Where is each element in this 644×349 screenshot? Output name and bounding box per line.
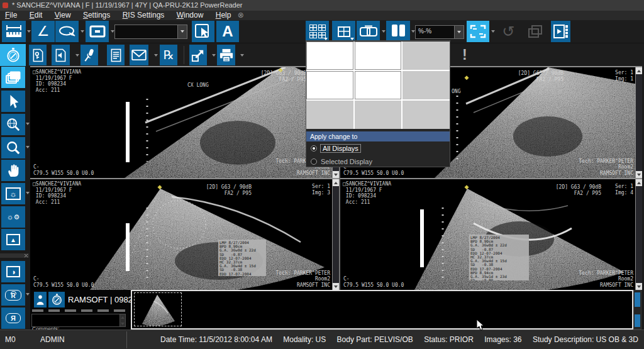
rotate-button[interactable]: R bbox=[1, 284, 25, 306]
layout-grid-cell[interactable] bbox=[402, 42, 450, 70]
annotation-combo[interactable] bbox=[114, 25, 187, 39]
radio-selected-display-label[interactable]: Selected Display bbox=[321, 158, 372, 165]
menu-settings[interactable]: Settings bbox=[83, 11, 110, 20]
angle-tool-button[interactable]: ∠ bbox=[31, 21, 55, 42]
compare-studies-button[interactable] bbox=[357, 21, 380, 42]
print-caret-icon[interactable] bbox=[240, 54, 244, 57]
zoom-caret-icon[interactable] bbox=[26, 146, 30, 148]
study-timer-button[interactable] bbox=[0, 44, 26, 66]
export-caret-icon[interactable] bbox=[212, 54, 216, 57]
menu-help[interactable]: Help bbox=[216, 11, 231, 20]
us-image-panel-3[interactable]: □SANCHEZ^VIVIANA 11/19/1967 F ID: 098234… bbox=[30, 179, 339, 290]
magnify-caret-icon[interactable] bbox=[26, 123, 30, 125]
audio-caret-icon[interactable] bbox=[75, 54, 79, 57]
ellipse-icon bbox=[58, 25, 76, 38]
menu-view[interactable]: View bbox=[55, 11, 71, 20]
orientation-button[interactable]: ▲ bbox=[1, 229, 25, 250]
panel-scrollbar[interactable] bbox=[635, 179, 642, 290]
clone-display-button[interactable] bbox=[523, 21, 547, 42]
window-level-button[interactable]: ☼ bbox=[1, 183, 25, 204]
thumbnail-selected[interactable] bbox=[134, 292, 182, 326]
text-tool-button[interactable]: A bbox=[216, 21, 239, 42]
window-level-presets-button[interactable]: ☼⚙ bbox=[1, 206, 25, 228]
layout-grid-cell[interactable] bbox=[306, 42, 353, 70]
zoom-combo-dropdown[interactable] bbox=[454, 26, 464, 38]
annotation-combo-dropdown[interactable] bbox=[177, 25, 187, 38]
select-cursor-button[interactable] bbox=[1, 91, 25, 112]
zoom-button[interactable] bbox=[1, 137, 25, 158]
fit-display-button[interactable] bbox=[467, 21, 489, 42]
layout-grid-cell[interactable] bbox=[402, 101, 450, 129]
compare-caret-icon[interactable] bbox=[382, 30, 386, 33]
printer-icon bbox=[219, 48, 234, 62]
ellipse-tool-button[interactable] bbox=[55, 21, 79, 42]
dictation-button[interactable] bbox=[80, 45, 98, 65]
pan-button[interactable] bbox=[1, 160, 25, 181]
measure-caret-icon[interactable] bbox=[27, 30, 31, 33]
rotate-caret-icon[interactable] bbox=[26, 293, 30, 296]
dual-monitor-button[interactable] bbox=[386, 21, 410, 42]
magnifier-globe-icon bbox=[6, 117, 21, 132]
key-image-button[interactable] bbox=[29, 45, 47, 65]
thumbnail-scrollbar[interactable] bbox=[633, 290, 641, 330]
radio-selected-icon[interactable] bbox=[311, 145, 317, 152]
export-button[interactable] bbox=[189, 45, 207, 65]
scrollbar-thumb-bottom[interactable] bbox=[635, 314, 640, 327]
layers-icon bbox=[5, 70, 21, 85]
layout-grid-cell[interactable] bbox=[355, 71, 402, 99]
angle-icon: ∠ bbox=[37, 23, 50, 40]
window-level-caret-icon[interactable] bbox=[26, 192, 30, 194]
cine-button[interactable] bbox=[551, 21, 570, 42]
invert-button[interactable]: ◑ bbox=[1, 261, 25, 282]
rectangle-tool-button[interactable] bbox=[86, 21, 109, 42]
sidebar-collapse-divider[interactable] bbox=[0, 253, 29, 258]
comments-scrollbar[interactable] bbox=[119, 314, 125, 326]
radio-all-displays[interactable]: All Displays bbox=[311, 145, 360, 152]
ellipse-caret-icon[interactable] bbox=[80, 30, 84, 33]
toolbar-top: ∠ A bbox=[0, 20, 644, 43]
panel-scrollbar[interactable] bbox=[332, 179, 339, 290]
patient-overlay: □SANCHEZ^VIVIANA 11/19/1967 F ID: 098234… bbox=[33, 69, 81, 93]
layout-grid-cell[interactable] bbox=[402, 71, 450, 99]
layout-grid-cell[interactable] bbox=[306, 101, 353, 129]
radio-unselected-icon[interactable] bbox=[311, 158, 317, 165]
triangle-box-icon: ▲ bbox=[6, 234, 20, 245]
patient-button[interactable] bbox=[34, 292, 47, 307]
scrollbar-thumb-top[interactable] bbox=[635, 292, 640, 307]
flip-button[interactable]: Я bbox=[1, 307, 25, 329]
us-image-panel-1[interactable]: □SANCHEZ^VIVIANA 11/19/1967 F ID: 098234… bbox=[30, 67, 339, 178]
reset-button[interactable]: ↺ bbox=[497, 21, 520, 42]
email-caret-icon[interactable] bbox=[154, 54, 158, 57]
stack-scroll-button[interactable] bbox=[1, 67, 25, 88]
menu-ris-settings[interactable]: RIS Settings bbox=[123, 11, 165, 20]
multi-layout-button[interactable] bbox=[306, 21, 329, 42]
print-button[interactable] bbox=[217, 45, 235, 65]
radio-selected-display[interactable]: Selected Display bbox=[311, 158, 372, 165]
layout-grid-cell[interactable] bbox=[306, 71, 353, 99]
pointer-annotation-button[interactable] bbox=[192, 21, 214, 42]
menu-edit[interactable]: Edit bbox=[30, 11, 43, 20]
thumbnail-strip[interactable] bbox=[131, 290, 633, 330]
measurement-box: LMP 8/27/2004 BPD 8.90cm G.A. 36w0d ± 22… bbox=[469, 235, 529, 280]
zoom-combo[interactable]: %-% bbox=[415, 25, 464, 39]
audio-note-button[interactable] bbox=[52, 45, 70, 65]
monitor-label: M0 bbox=[5, 335, 16, 344]
us-image-panel-4[interactable]: □SANCHEZ^VIVIANA 11/19/1967 F ID: 098234… bbox=[340, 179, 642, 290]
magnify-glass-button[interactable] bbox=[1, 114, 25, 135]
menu-file[interactable]: File bbox=[5, 11, 17, 20]
report-button[interactable] bbox=[107, 45, 125, 65]
export-arrow-icon bbox=[191, 48, 205, 62]
layout-grid-cell[interactable] bbox=[355, 101, 402, 129]
study-timer-mini-button[interactable] bbox=[48, 292, 65, 307]
comments-box[interactable] bbox=[31, 314, 126, 327]
measure-tool-button[interactable] bbox=[2, 21, 26, 42]
panel-scrollbar[interactable] bbox=[635, 67, 642, 178]
grid-layout-button[interactable] bbox=[332, 21, 355, 42]
radio-all-displays-label[interactable]: All Displays bbox=[321, 145, 360, 152]
prescription-button[interactable]: ℞ bbox=[160, 45, 177, 65]
fit-display-caret-icon[interactable] bbox=[491, 30, 495, 33]
menu-window[interactable]: Window bbox=[177, 11, 204, 20]
send-email-button[interactable] bbox=[130, 45, 148, 65]
undo-icon: ↺ bbox=[502, 23, 514, 40]
layout-grid-cell[interactable] bbox=[355, 42, 402, 70]
